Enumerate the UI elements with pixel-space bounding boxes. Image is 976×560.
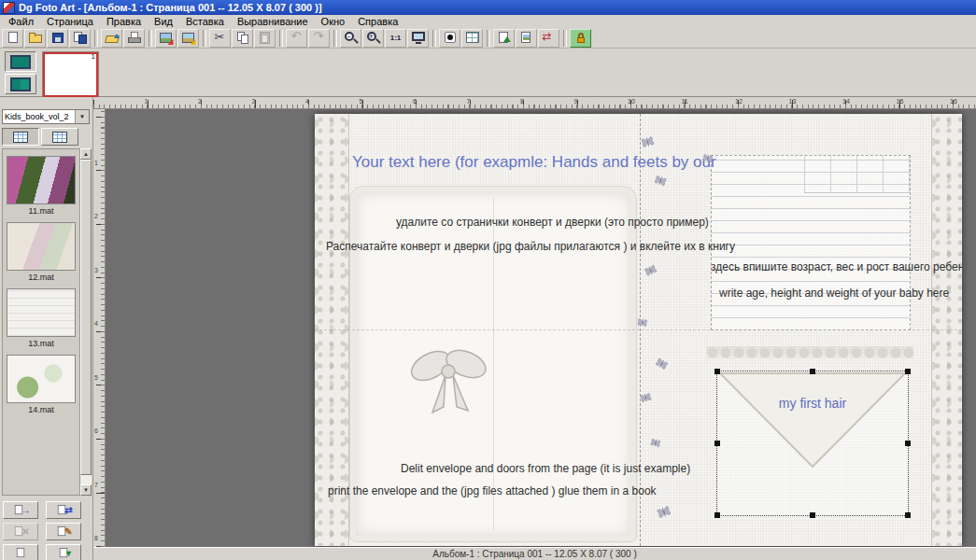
template-set-select[interactable]: Kids_book_vol_2 ▼	[2, 109, 90, 124]
instruction-ru-3[interactable]: здесь впишите возраст, вес и рост вашего…	[711, 260, 962, 273]
template-thumb-11.mat[interactable]: 11.mat	[5, 156, 78, 216]
template-label: 12.mat	[5, 273, 78, 282]
template-thumb-12.mat[interactable]: 12.mat	[5, 222, 78, 282]
new-album-button[interactable]	[2, 29, 23, 48]
menu-insert[interactable]: Вставка	[179, 16, 231, 27]
actual-size-button[interactable]	[385, 29, 406, 48]
monitor-icon	[10, 55, 31, 69]
save-page-button[interactable]: ▾	[46, 544, 81, 560]
ruled-note-area[interactable]	[711, 155, 911, 330]
toolbar	[0, 28, 976, 49]
title-bar: Dg Foto Art - [Альбом-1 : Страница 001 -…	[0, 0, 976, 15]
zoom-out-button[interactable]	[340, 29, 361, 48]
save-as-button[interactable]	[69, 29, 91, 48]
tile-view-button[interactable]	[461, 29, 483, 48]
zoom-out-icon	[344, 31, 359, 45]
swap-pages-button[interactable]	[538, 29, 559, 48]
tab-templates-grid[interactable]	[2, 128, 39, 146]
selection-handle[interactable]	[905, 512, 911, 518]
save2-icon	[73, 31, 88, 45]
zoom-in-icon	[366, 31, 381, 45]
cut-button[interactable]	[209, 29, 231, 48]
selected-element[interactable]: my first hair	[717, 371, 908, 515]
open-album-button[interactable]	[24, 29, 46, 48]
template-thumb-14.mat[interactable]: 14.mat	[5, 355, 78, 414]
album-view-button[interactable]	[5, 51, 36, 72]
add-page-button[interactable]: →	[3, 501, 38, 519]
butterfly-icon	[642, 261, 662, 284]
template-set-value: Kids_book_vol_2	[3, 112, 75, 121]
app-window: Dg Foto Art - [Альбом-1 : Страница 001 -…	[0, 0, 976, 560]
menu-help[interactable]: Справка	[351, 16, 404, 27]
export-page-button[interactable]	[493, 29, 515, 48]
menu-page[interactable]: Страница	[40, 16, 100, 27]
glyph-icon: ✕	[21, 526, 29, 537]
pages-view-button[interactable]	[5, 74, 36, 94]
album-page[interactable]: Your text here (for exapmle: Hands and f…	[315, 114, 962, 546]
folder-open-icon	[105, 31, 120, 45]
menu-align[interactable]: Выравнивание	[231, 16, 315, 27]
instruction-en-2[interactable]: Delit envelope and doors from the page (…	[401, 462, 690, 475]
scroll-up-icon[interactable]: ▲	[80, 148, 92, 160]
template-image	[7, 355, 76, 403]
zoom-in-button[interactable]	[362, 29, 384, 48]
menu-view[interactable]: Вид	[148, 16, 179, 27]
butterfly-icon	[650, 172, 670, 193]
instruction-en-3[interactable]: print the envelope and the (jpg files at…	[328, 484, 657, 497]
new-blank-page-button[interactable]	[3, 544, 38, 560]
import-images-button[interactable]	[101, 29, 122, 48]
dot-icon	[443, 31, 458, 45]
save-icon	[50, 31, 65, 45]
page-strip: 1	[0, 49, 976, 97]
menu-window[interactable]: Окно	[315, 16, 352, 27]
menu-file[interactable]: Файл	[2, 16, 40, 27]
ruler-number: 14	[842, 98, 850, 105]
undo-icon	[290, 31, 304, 45]
list-view-icon	[52, 132, 67, 143]
page-thumbnail-selected[interactable]: 1	[43, 52, 98, 97]
preview-button[interactable]	[439, 29, 460, 48]
tab-templates-list[interactable]	[41, 128, 78, 146]
lock-icon	[573, 31, 588, 45]
butterfly-icon	[647, 435, 663, 455]
instruction-ru-1[interactable]: удалите со странички конверт и дверки (э…	[396, 216, 709, 229]
instruction-en-1[interactable]: write age, height and weight of your bab…	[719, 287, 949, 300]
selection-handle[interactable]	[714, 369, 720, 374]
template-image	[7, 222, 76, 271]
instruction-ru-2[interactable]: Распечатайте конверт и дверки (jpg файлы…	[326, 240, 735, 253]
canvas[interactable]: Your text here (for exapmle: Hands and f…	[106, 109, 976, 547]
selection-handle[interactable]	[905, 369, 911, 374]
sidebar: Kids_book_vol_2 ▼ 11.mat12.mat13.mat14.m…	[0, 97, 93, 560]
page-title-text[interactable]: Your text here (for exapmle: Hands and f…	[352, 153, 716, 172]
selection-handle[interactable]	[714, 512, 720, 518]
folder-icon	[28, 31, 43, 45]
print-button[interactable]	[123, 29, 145, 48]
edit-template-button[interactable]	[177, 29, 199, 48]
delete-page-button: ✕	[3, 523, 38, 540]
edit-image-button[interactable]	[155, 29, 177, 48]
redo-button	[308, 29, 330, 48]
copy-button[interactable]	[232, 29, 253, 48]
selection-handle[interactable]	[905, 441, 911, 446]
dropdown-arrow-icon[interactable]: ▼	[75, 110, 89, 123]
selection-handle[interactable]	[810, 369, 815, 374]
butterfly-icon	[650, 355, 671, 377]
scrollbar-thumb[interactable]	[80, 160, 92, 475]
page-icon	[6, 31, 21, 45]
selection-handle[interactable]	[714, 441, 720, 446]
ruler-number: 16	[950, 98, 957, 105]
save-album-button[interactable]	[47, 29, 68, 48]
selection-handle[interactable]	[810, 512, 815, 518]
copy-page-button[interactable]: ⇄	[46, 501, 81, 519]
ruler-number: 8	[94, 535, 98, 541]
menu-edit[interactable]: Правка	[100, 16, 148, 27]
lock-layout-button[interactable]	[570, 29, 591, 48]
note-table-grid	[804, 156, 910, 193]
template-thumb-13.mat[interactable]: 13.mat	[5, 288, 78, 348]
page-image-button[interactable]	[516, 29, 537, 48]
fit-to-window-button[interactable]	[407, 29, 429, 48]
redo-icon	[312, 31, 327, 45]
edit-page-list-button[interactable]: ✎	[46, 523, 81, 540]
template-list-scrollbar[interactable]: ▲ ▼	[80, 148, 92, 496]
scroll-down-icon[interactable]: ▼	[80, 484, 92, 496]
